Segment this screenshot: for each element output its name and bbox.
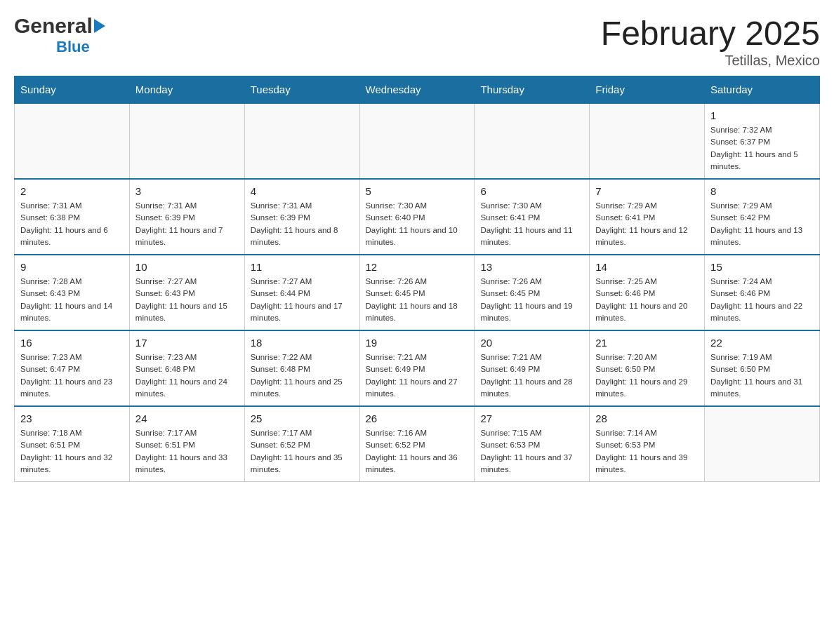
day-info: Sunrise: 7:29 AMSunset: 6:41 PMDaylight:…	[595, 200, 699, 248]
day-number: 18	[251, 337, 354, 349]
day-info: Sunrise: 7:29 AMSunset: 6:42 PMDaylight:…	[710, 200, 814, 248]
day-number: 28	[595, 412, 699, 424]
day-info: Sunrise: 7:23 AMSunset: 6:47 PMDaylight:…	[20, 351, 124, 400]
calendar-cell: 7Sunrise: 7:29 AMSunset: 6:41 PMDaylight…	[590, 179, 705, 255]
day-info: Sunrise: 7:30 AMSunset: 6:40 PMDaylight:…	[366, 200, 469, 248]
day-info: Sunrise: 7:15 AMSunset: 6:53 PMDaylight:…	[480, 427, 583, 476]
calendar-cell: 13Sunrise: 7:26 AMSunset: 6:45 PMDayligh…	[475, 255, 590, 330]
calendar-cell: 12Sunrise: 7:26 AMSunset: 6:45 PMDayligh…	[359, 255, 475, 330]
day-number: 1	[710, 109, 814, 121]
calendar-cell: 11Sunrise: 7:27 AMSunset: 6:44 PMDayligh…	[244, 255, 359, 330]
weekday-header-wednesday: Wednesday	[359, 76, 475, 104]
day-number: 13	[480, 261, 583, 273]
calendar-cell: 22Sunrise: 7:19 AMSunset: 6:50 PMDayligh…	[705, 330, 820, 406]
calendar-week-2: 2Sunrise: 7:31 AMSunset: 6:38 PMDaylight…	[15, 179, 820, 255]
day-number: 3	[135, 185, 239, 197]
day-number: 20	[480, 337, 583, 349]
calendar-cell	[359, 103, 475, 179]
calendar-cell: 20Sunrise: 7:21 AMSunset: 6:49 PMDayligh…	[475, 330, 590, 406]
calendar-cell: 8Sunrise: 7:29 AMSunset: 6:42 PMDaylight…	[705, 179, 820, 255]
calendar-cell: 24Sunrise: 7:17 AMSunset: 6:51 PMDayligh…	[129, 406, 244, 482]
day-info: Sunrise: 7:27 AMSunset: 6:44 PMDaylight:…	[251, 276, 354, 324]
calendar-cell: 18Sunrise: 7:22 AMSunset: 6:48 PMDayligh…	[244, 330, 359, 406]
day-info: Sunrise: 7:20 AMSunset: 6:50 PMDaylight:…	[595, 351, 699, 400]
calendar-cell	[705, 406, 820, 482]
day-number: 15	[710, 261, 814, 273]
day-number: 7	[595, 185, 699, 197]
day-info: Sunrise: 7:25 AMSunset: 6:46 PMDaylight:…	[595, 276, 699, 324]
day-number: 26	[366, 412, 469, 424]
day-number: 10	[135, 261, 239, 273]
calendar-week-5: 23Sunrise: 7:18 AMSunset: 6:51 PMDayligh…	[15, 406, 820, 482]
day-number: 24	[135, 412, 239, 424]
calendar-cell: 14Sunrise: 7:25 AMSunset: 6:46 PMDayligh…	[590, 255, 705, 330]
day-info: Sunrise: 7:18 AMSunset: 6:51 PMDaylight:…	[20, 427, 124, 476]
day-number: 4	[251, 185, 354, 197]
day-number: 12	[366, 261, 469, 273]
day-info: Sunrise: 7:32 AMSunset: 6:37 PMDaylight:…	[710, 124, 814, 173]
title-section: February 2025 Tetillas, Mexico	[601, 14, 820, 69]
day-info: Sunrise: 7:31 AMSunset: 6:38 PMDaylight:…	[20, 200, 124, 248]
day-info: Sunrise: 7:30 AMSunset: 6:41 PMDaylight:…	[480, 200, 583, 248]
weekday-header-monday: Monday	[129, 76, 244, 104]
day-number: 25	[251, 412, 354, 424]
calendar-cell	[244, 103, 359, 179]
day-number: 16	[20, 337, 124, 349]
calendar-cell: 1Sunrise: 7:32 AMSunset: 6:37 PMDaylight…	[705, 103, 820, 179]
calendar-table: SundayMondayTuesdayWednesdayThursdayFrid…	[14, 76, 820, 482]
calendar-cell: 21Sunrise: 7:20 AMSunset: 6:50 PMDayligh…	[590, 330, 705, 406]
page-header: General Blue February 2025 Tetillas, Mex…	[14, 14, 820, 69]
day-number: 8	[710, 185, 814, 197]
calendar-week-3: 9Sunrise: 7:28 AMSunset: 6:43 PMDaylight…	[15, 255, 820, 330]
calendar-cell: 6Sunrise: 7:30 AMSunset: 6:41 PMDaylight…	[475, 179, 590, 255]
day-info: Sunrise: 7:21 AMSunset: 6:49 PMDaylight:…	[480, 351, 583, 400]
day-number: 21	[595, 337, 699, 349]
calendar-cell: 9Sunrise: 7:28 AMSunset: 6:43 PMDaylight…	[15, 255, 130, 330]
day-number: 6	[480, 185, 583, 197]
day-info: Sunrise: 7:17 AMSunset: 6:52 PMDaylight:…	[251, 427, 354, 476]
day-info: Sunrise: 7:24 AMSunset: 6:46 PMDaylight:…	[710, 276, 814, 324]
calendar-cell: 16Sunrise: 7:23 AMSunset: 6:47 PMDayligh…	[15, 330, 130, 406]
calendar-cell	[475, 103, 590, 179]
day-number: 2	[20, 185, 124, 197]
location: Tetillas, Mexico	[601, 53, 820, 69]
calendar-cell: 15Sunrise: 7:24 AMSunset: 6:46 PMDayligh…	[705, 255, 820, 330]
calendar-cell: 27Sunrise: 7:15 AMSunset: 6:53 PMDayligh…	[475, 406, 590, 482]
day-number: 23	[20, 412, 124, 424]
calendar-cell: 23Sunrise: 7:18 AMSunset: 6:51 PMDayligh…	[15, 406, 130, 482]
calendar-cell: 5Sunrise: 7:30 AMSunset: 6:40 PMDaylight…	[359, 179, 475, 255]
day-info: Sunrise: 7:23 AMSunset: 6:48 PMDaylight:…	[135, 351, 239, 400]
day-number: 22	[710, 337, 814, 349]
day-info: Sunrise: 7:26 AMSunset: 6:45 PMDaylight:…	[366, 276, 469, 324]
weekday-header-sunday: Sunday	[15, 76, 130, 104]
day-info: Sunrise: 7:31 AMSunset: 6:39 PMDaylight:…	[135, 200, 239, 248]
day-info: Sunrise: 7:22 AMSunset: 6:48 PMDaylight:…	[251, 351, 354, 400]
logo-triangle-icon	[94, 19, 105, 33]
month-title: February 2025	[601, 14, 820, 53]
calendar-week-1: 1Sunrise: 7:32 AMSunset: 6:37 PMDaylight…	[15, 103, 820, 179]
calendar-cell: 28Sunrise: 7:14 AMSunset: 6:53 PMDayligh…	[590, 406, 705, 482]
weekday-header-saturday: Saturday	[705, 76, 820, 104]
day-number: 5	[366, 185, 469, 197]
logo-blue-text: Blue	[56, 38, 90, 55]
day-number: 17	[135, 337, 239, 349]
logo: General Blue	[14, 14, 105, 56]
calendar-cell: 19Sunrise: 7:21 AMSunset: 6:49 PMDayligh…	[359, 330, 475, 406]
calendar-cell: 25Sunrise: 7:17 AMSunset: 6:52 PMDayligh…	[244, 406, 359, 482]
calendar-cell: 10Sunrise: 7:27 AMSunset: 6:43 PMDayligh…	[129, 255, 244, 330]
weekday-header-thursday: Thursday	[475, 76, 590, 104]
day-info: Sunrise: 7:31 AMSunset: 6:39 PMDaylight:…	[251, 200, 354, 248]
calendar-cell: 3Sunrise: 7:31 AMSunset: 6:39 PMDaylight…	[129, 179, 244, 255]
day-number: 14	[595, 261, 699, 273]
calendar-week-4: 16Sunrise: 7:23 AMSunset: 6:47 PMDayligh…	[15, 330, 820, 406]
day-info: Sunrise: 7:19 AMSunset: 6:50 PMDaylight:…	[710, 351, 814, 400]
weekday-header-tuesday: Tuesday	[244, 76, 359, 104]
calendar-header-row: SundayMondayTuesdayWednesdayThursdayFrid…	[15, 76, 820, 104]
day-number: 9	[20, 261, 124, 273]
day-number: 11	[251, 261, 354, 273]
day-info: Sunrise: 7:26 AMSunset: 6:45 PMDaylight:…	[480, 276, 583, 324]
day-info: Sunrise: 7:16 AMSunset: 6:52 PMDaylight:…	[366, 427, 469, 476]
day-info: Sunrise: 7:27 AMSunset: 6:43 PMDaylight:…	[135, 276, 239, 324]
day-number: 27	[480, 412, 583, 424]
day-info: Sunrise: 7:17 AMSunset: 6:51 PMDaylight:…	[135, 427, 239, 476]
